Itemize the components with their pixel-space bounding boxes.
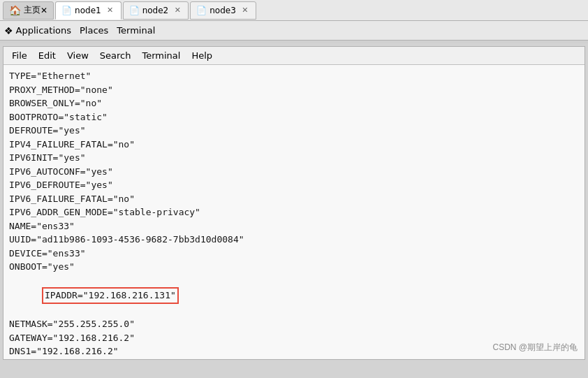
menu-help[interactable]: Help — [186, 49, 218, 62]
home-tab-close[interactable]: ✕ — [41, 6, 47, 15]
applications-label: Applications — [16, 25, 71, 36]
line-uuid: UUID="ad11b986-1093-4536-9682-7bb3d10d00… — [9, 233, 579, 247]
tab-node2-icon: 📄 — [129, 6, 140, 15]
line-device: DEVICE="ens33" — [9, 247, 579, 261]
tab-node1[interactable]: 📄 node1 ✕ — [55, 1, 122, 20]
line-ipv6fail: IPV6_FAILURE_FATAL="no" — [9, 192, 579, 206]
menu-terminal[interactable]: Terminal — [136, 49, 186, 62]
line-ipv6auto: IPV6_AUTOCONF="yes" — [9, 165, 579, 179]
tab-node1-label: node1 — [75, 6, 101, 15]
system-tab-bar: 🏠 主页 ✕ 📄 node1 ✕ 📄 node2 ✕ 📄 node3 ✕ — [0, 0, 588, 21]
line-ipv6addr: IPV6_ADDR_GEN_MODE="stable-privacy" — [9, 205, 579, 219]
tab-node3[interactable]: 📄 node3 ✕ — [190, 1, 256, 20]
menu-search[interactable]: Search — [94, 49, 137, 62]
menu-edit[interactable]: Edit — [33, 49, 61, 62]
line-netmask: NETMASK="255.255.255.0" — [9, 317, 579, 331]
watermark: CSDN @期望上岸的龟 — [492, 341, 578, 354]
home-tab-label: 主页 — [24, 4, 41, 16]
app-bar-applications[interactable]: ❖ Applications — [4, 25, 71, 36]
line-ipv6init: IPV6INIT="yes" — [9, 151, 579, 165]
app-bar-places[interactable]: Places — [80, 25, 108, 36]
line-ipaddr: IPADDR="192.168.216.131" — [9, 274, 579, 318]
line-bootproto: BOOTPROTO="static" — [9, 110, 579, 124]
line-ipv6def: IPV6_DEFROUTE="yes" — [9, 178, 579, 192]
line-onboot: ONBOOT="yes" — [9, 260, 579, 274]
line-type: TYPE="Ethernet" — [9, 69, 579, 83]
tab-node2[interactable]: 📄 node2 ✕ — [123, 1, 189, 20]
app-bar-terminal[interactable]: Terminal — [117, 25, 155, 36]
separator — [0, 41, 588, 43]
terminal-menu-bar: File Edit View Search Terminal Help — [3, 47, 585, 65]
tab-node1-icon: 📄 — [61, 6, 72, 15]
line-defroute: DEFROUTE="yes" — [9, 124, 579, 138]
highlighted-ipaddr: IPADDR="192.168.216.131" — [42, 287, 179, 304]
tab-node1-close[interactable]: ✕ — [105, 6, 115, 15]
line-tilde-1: ~ — [9, 358, 579, 360]
places-label: Places — [80, 25, 108, 36]
tab-node3-close[interactable]: ✕ — [240, 6, 250, 15]
line-proxy: PROXY_METHOD="none" — [9, 83, 579, 97]
terminal-content: TYPE="Ethernet" PROXY_METHOD="none" BROW… — [3, 65, 585, 359]
applications-icon: ❖ — [4, 25, 13, 36]
home-tab[interactable]: 🏠 主页 ✕ — [3, 1, 54, 20]
menu-view[interactable]: View — [61, 49, 94, 62]
terminal-label: Terminal — [117, 25, 155, 36]
tab-node3-icon: 📄 — [196, 6, 207, 15]
line-browser: BROWSER_ONLY="no" — [9, 96, 579, 110]
tab-node2-close[interactable]: ✕ — [172, 6, 182, 15]
line-name: NAME="ens33" — [9, 219, 579, 233]
app-bar: ❖ Applications Places Terminal — [0, 21, 588, 41]
menu-file[interactable]: File — [6, 49, 33, 62]
terminal-window: File Edit View Search Terminal Help TYPE… — [3, 46, 585, 360]
home-icon: 🏠 — [9, 5, 21, 16]
line-ipv4fail: IPV4_FAILURE_FATAL="no" — [9, 138, 579, 152]
tab-node2-label: node2 — [142, 6, 169, 15]
tab-node3-label: node3 — [210, 6, 236, 15]
